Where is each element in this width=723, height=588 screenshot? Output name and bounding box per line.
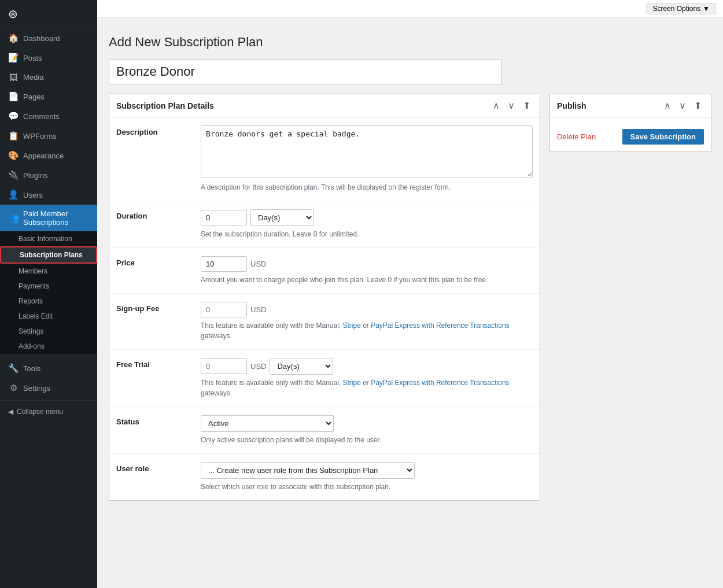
sidebar-item-users[interactable]: 👤 Users: [0, 185, 97, 205]
free-trial-unit-select[interactable]: Day(s) Week(s) Month(s) Year(s): [270, 358, 333, 375]
sidebar-item-tools[interactable]: 🔧 Tools: [0, 358, 97, 378]
metabox-collapse-down-button[interactable]: ∨: [506, 99, 517, 112]
free-trial-row: Free Trial USD Day(s) Week(s) Month(s) Y…: [109, 350, 540, 407]
sidebar-item-settings[interactable]: ⚙ Settings: [0, 378, 97, 398]
sidebar-subitem-members[interactable]: Members: [0, 264, 97, 279]
save-subscription-button[interactable]: Save Subscription: [622, 129, 704, 145]
description-hint: A description for this subscription plan…: [201, 182, 533, 193]
sidebar-item-label: Media: [23, 73, 43, 82]
metabox-expand-button[interactable]: ⬆: [521, 99, 533, 112]
free-trial-paypal-link[interactable]: PayPal Express with Reference Transactio…: [371, 379, 509, 387]
users-icon: 👤: [8, 190, 19, 200]
sidebar-subitem-settings[interactable]: Settings: [0, 324, 97, 339]
wpforms-icon: 📋: [8, 131, 19, 141]
sidebar-subitem-basic-information[interactable]: Basic Information: [0, 231, 97, 246]
duration-label: Duration: [116, 209, 191, 239]
collapse-label: Collapse menu: [17, 408, 63, 416]
dashboard-icon: 🏠: [8, 33, 19, 43]
description-label: Description: [116, 125, 191, 193]
metabox-collapse-up-button[interactable]: ∧: [490, 99, 502, 112]
publish-metabox: Publish ∧ ∨ ⬆ Delete Plan Save Subscript…: [549, 94, 711, 152]
price-label: Price: [116, 256, 191, 285]
status-label: Status: [116, 415, 191, 445]
description-textarea[interactable]: Bronze donors get a special badge.: [201, 125, 533, 177]
duration-unit-select[interactable]: Day(s) Week(s) Month(s) Year(s): [250, 209, 314, 226]
sidebar-item-posts[interactable]: 📝 Posts: [0, 48, 97, 68]
description-row: Description Bronze donors get a special …: [109, 117, 540, 201]
media-icon: 🖼: [8, 72, 19, 82]
user-role-row: User role ... Create new user role from …: [109, 454, 540, 500]
paypal-link[interactable]: PayPal Express with Reference Transactio…: [371, 321, 509, 330]
signup-fee-currency: USD: [250, 305, 266, 314]
sidebar-item-label: Pages: [23, 93, 45, 101]
user-role-hint: Select which user role to associate with…: [201, 482, 533, 492]
free-trial-stripe-link[interactable]: Stripe: [342, 379, 360, 387]
subscription-details-metabox: Subscription Plan Details ∧ ∨ ⬆ Descript…: [109, 94, 540, 501]
free-trial-label: Free Trial: [116, 358, 191, 398]
sidebar-item-label: Posts: [23, 54, 42, 62]
sidebar-item-label: Comments: [23, 112, 60, 121]
publish-collapse-up-button[interactable]: ∧: [662, 99, 673, 112]
free-trial-input[interactable]: [201, 358, 247, 374]
price-currency: USD: [250, 260, 266, 268]
sidebar-subitem-labels-edit[interactable]: Labels Edit: [0, 309, 97, 324]
status-row: Status Active Inactive Only active subsc…: [109, 407, 540, 454]
sidebar-item-pages[interactable]: 📄 Pages: [0, 87, 97, 106]
sidebar-item-media[interactable]: 🖼 Media: [0, 68, 97, 87]
sidebar-item-label: Users: [23, 191, 43, 199]
publish-collapse-down-button[interactable]: ∨: [677, 99, 688, 112]
signup-fee-row: Sign-up Fee USD This feature is availabl…: [109, 294, 540, 350]
plan-name-input[interactable]: [109, 59, 502, 84]
sidebar-item-label: Plugins: [23, 171, 48, 180]
signup-fee-hint: This feature is available only with the …: [201, 320, 533, 341]
sidebar-item-plugins[interactable]: 🔌 Plugins: [0, 165, 97, 185]
posts-icon: 📝: [8, 53, 19, 63]
user-role-label: User role: [116, 462, 191, 492]
tools-icon: 🔧: [8, 363, 19, 373]
settings-icon: ⚙: [8, 383, 19, 393]
free-trial-hint: This feature is available only with the …: [201, 378, 533, 398]
sidebar-item-label: Appearance: [23, 151, 64, 160]
price-row: Price USD Amount you want to charge peop…: [109, 248, 540, 294]
sidebar-item-dashboard[interactable]: 🏠 Dashboard: [0, 28, 97, 48]
free-trial-currency: USD: [250, 362, 266, 371]
screen-options-button[interactable]: Screen Options ▼: [646, 3, 716, 14]
sidebar-item-label: Settings: [23, 384, 50, 393]
stripe-link[interactable]: Stripe: [342, 321, 360, 330]
sidebar-item-paid-member[interactable]: 👥 Paid Member Subscriptions: [0, 205, 97, 231]
chevron-down-icon: ▼: [703, 5, 710, 13]
duration-hint: Set the subscription duration. Leave 0 f…: [201, 229, 533, 239]
page-title: Add New Subscription Plan: [109, 35, 711, 50]
signup-fee-input[interactable]: [201, 302, 247, 317]
sidebar-subitem-payments[interactable]: Payments: [0, 279, 97, 294]
plugins-icon: 🔌: [8, 170, 19, 180]
paid-member-icon: 👥: [8, 213, 19, 223]
user-role-select[interactable]: ... Create new user role from this Subsc…: [201, 462, 415, 479]
duration-row: Duration Day(s) Week(s) Month(s) Year(s)…: [109, 201, 540, 248]
collapse-menu-button[interactable]: ◀ Collapse menu: [0, 403, 97, 420]
status-select[interactable]: Active Inactive: [201, 415, 334, 432]
sidebar-subitem-reports[interactable]: Reports: [0, 294, 97, 309]
signup-fee-label: Sign-up Fee: [116, 302, 191, 341]
sidebar-subitem-subscription-plans[interactable]: Subscription Plans: [0, 246, 97, 264]
sidebar-item-label: WPForms: [23, 132, 57, 140]
status-hint: Only active subscription plans will be d…: [201, 435, 533, 445]
collapse-icon: ◀: [8, 408, 13, 416]
sidebar-subitem-add-ons[interactable]: Add-ons: [0, 339, 97, 354]
sidebar-item-label: Tools: [23, 364, 40, 373]
sidebar-item-appearance[interactable]: 🎨 Appearance: [0, 146, 97, 165]
delete-plan-link[interactable]: Delete Plan: [557, 132, 596, 141]
wordpress-icon: ⊛: [8, 7, 18, 21]
sidebar-item-label: Dashboard: [23, 34, 60, 43]
sidebar-item-label: Paid Member Subscriptions: [23, 209, 89, 227]
duration-input[interactable]: [201, 210, 247, 225]
price-input[interactable]: [201, 256, 247, 272]
price-hint: Amount you want to charge people who joi…: [201, 275, 533, 285]
comments-icon: 💬: [8, 111, 19, 121]
sidebar-item-comments[interactable]: 💬 Comments: [0, 106, 97, 126]
publish-expand-button[interactable]: ⬆: [692, 99, 704, 112]
publish-title: Publish: [557, 101, 586, 110]
metabox-title: Subscription Plan Details: [116, 101, 214, 110]
sidebar-item-wpforms[interactable]: 📋 WPForms: [0, 126, 97, 146]
appearance-icon: 🎨: [8, 150, 19, 161]
